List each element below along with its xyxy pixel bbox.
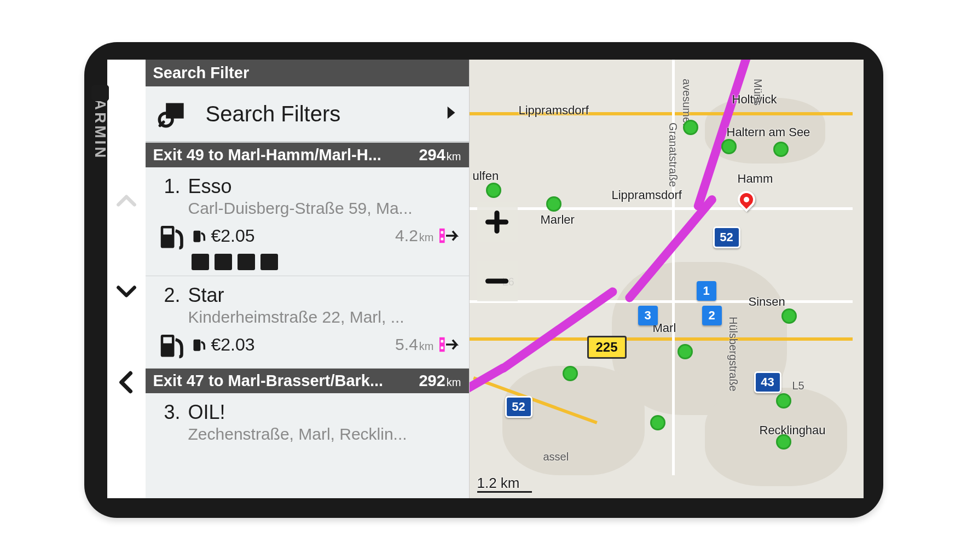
highway-shield: 52 bbox=[505, 396, 532, 418]
fuel-price: €2.05 bbox=[211, 226, 255, 246]
fuel-icon bbox=[192, 337, 207, 352]
svg-rect-12 bbox=[439, 337, 445, 352]
list-column: Search Filter Search Filters Exit 49 to bbox=[146, 60, 470, 498]
screen: Search Filter Search Filters Exit 49 to bbox=[107, 60, 864, 498]
chevron-down-icon bbox=[114, 279, 138, 304]
result-number: 3. bbox=[155, 401, 181, 424]
exit-title: Exit 49 to Marl-Hamm/Marl-H... bbox=[153, 146, 381, 164]
chevron-up-icon bbox=[114, 189, 138, 213]
map-city-label: Recklinghau bbox=[760, 423, 826, 438]
svg-rect-11 bbox=[193, 340, 200, 351]
nav-column bbox=[107, 60, 146, 498]
exit-header: Exit 47 to Marl-Brassert/Bark... 292km bbox=[146, 369, 469, 393]
result-number: 2. bbox=[155, 284, 181, 307]
poi-marker[interactable] bbox=[563, 366, 578, 381]
panel-header: Search Filter bbox=[146, 60, 469, 86]
search-filters-button[interactable]: Search Filters bbox=[146, 86, 469, 143]
map-city-label: Haltern am See bbox=[727, 125, 810, 139]
result-number: 1. bbox=[155, 175, 181, 198]
poi-marker[interactable] bbox=[678, 344, 693, 359]
amenity-icon bbox=[238, 254, 255, 270]
result-name: Star bbox=[188, 284, 224, 307]
map-scale: 1.2 km bbox=[477, 475, 520, 492]
highway-shield: 43 bbox=[754, 371, 781, 393]
highway-shield: 52 bbox=[713, 226, 740, 248]
map-city-label: Lippramsdorf bbox=[612, 188, 682, 202]
exit-distance: 292km bbox=[419, 372, 461, 390]
poi-marker[interactable] bbox=[546, 196, 561, 212]
result-name: OIL! bbox=[188, 401, 225, 424]
filter-icon bbox=[155, 100, 188, 128]
fuel-icon bbox=[192, 228, 207, 243]
poi-marker[interactable] bbox=[683, 120, 698, 135]
poi-marker[interactable] bbox=[781, 308, 797, 324]
result-address: Kinderheimstraße 22, Marl, ... bbox=[188, 308, 459, 326]
zoom-controls bbox=[477, 202, 518, 301]
amenity-icon bbox=[192, 254, 209, 270]
poi-marker[interactable] bbox=[650, 415, 665, 430]
scroll-down-button[interactable] bbox=[111, 276, 142, 307]
svg-rect-6 bbox=[439, 229, 445, 243]
map-road-label: L5 bbox=[792, 380, 804, 392]
result-item[interactable]: 2. Star Kinderheimstraße 22, Marl, ... €… bbox=[146, 276, 469, 369]
result-map-marker[interactable]: 1 bbox=[697, 281, 716, 301]
map-city-label: Hamm bbox=[738, 172, 773, 186]
exit-title: Exit 47 to Marl-Brassert/Bark... bbox=[153, 372, 384, 390]
filter-label: Search Filters bbox=[206, 102, 425, 126]
svg-rect-0 bbox=[166, 103, 184, 119]
svg-rect-10 bbox=[163, 337, 172, 343]
result-address: Carl-Duisberg-Straße 59, Ma... bbox=[188, 199, 459, 218]
result-distance: 4.2km bbox=[395, 226, 433, 245]
map-city-label: ulfen bbox=[473, 169, 499, 183]
result-map-marker[interactable]: 3 bbox=[638, 306, 658, 325]
panel-title: Search Filter bbox=[153, 64, 250, 82]
chevron-left-icon bbox=[114, 370, 138, 394]
map-city-label: Lippramsdorf bbox=[519, 103, 589, 118]
map-city-label: Marler bbox=[541, 213, 575, 227]
fuel-price: €2.03 bbox=[211, 335, 255, 355]
zoom-out-button[interactable] bbox=[477, 261, 518, 301]
result-distance: 5.4km bbox=[395, 335, 433, 354]
map-road-label: Granatstraße bbox=[667, 122, 679, 187]
result-item[interactable]: 1. Esso Carl-Duisberg-Straße 59, Ma... €… bbox=[146, 167, 469, 276]
poi-marker[interactable] bbox=[486, 183, 501, 198]
svg-rect-13 bbox=[441, 340, 443, 343]
result-name: Esso bbox=[188, 175, 232, 198]
exit-direction-icon bbox=[439, 226, 459, 246]
device-frame: GARMIN Search Filter bbox=[84, 42, 883, 518]
minus-icon bbox=[485, 269, 509, 293]
plus-icon bbox=[485, 210, 509, 234]
amenity-row bbox=[192, 254, 459, 270]
svg-rect-7 bbox=[441, 231, 443, 234]
fuel-pump-icon bbox=[155, 330, 188, 359]
svg-rect-5 bbox=[193, 231, 200, 242]
result-map-marker[interactable]: 2 bbox=[702, 306, 722, 325]
fuel-pump-icon bbox=[155, 221, 188, 250]
zoom-in-button[interactable] bbox=[477, 202, 518, 242]
map-canvas: HoltwickHaltern am SeeHammLippramsdorfLi… bbox=[470, 60, 864, 498]
exit-header: Exit 49 to Marl-Hamm/Marl-H... 294km bbox=[146, 143, 469, 167]
amenity-icon bbox=[107, 85, 109, 101]
svg-rect-8 bbox=[441, 238, 443, 241]
amenity-icon bbox=[215, 254, 232, 270]
map-city-label: Sinsen bbox=[749, 295, 785, 309]
map-road-label: Hülsbergstraße bbox=[727, 317, 739, 392]
poi-marker[interactable] bbox=[776, 393, 791, 409]
result-address: Zechenstraße, Marl, Recklin... bbox=[188, 425, 459, 444]
back-button[interactable] bbox=[111, 367, 142, 398]
svg-rect-4 bbox=[163, 229, 172, 235]
road-shield: 225 bbox=[587, 336, 627, 359]
scroll-up-button bbox=[111, 185, 142, 216]
poi-marker[interactable] bbox=[721, 139, 737, 154]
exit-distance: 294km bbox=[419, 146, 461, 164]
poi-marker[interactable] bbox=[773, 142, 789, 157]
result-item[interactable]: 3. OIL! Zechenstraße, Marl, Recklin... bbox=[146, 393, 469, 449]
exit-direction-icon bbox=[439, 335, 459, 354]
map-road-label: Müns bbox=[751, 79, 764, 106]
amenity-icon bbox=[260, 254, 278, 270]
poi-marker[interactable] bbox=[776, 434, 791, 450]
svg-rect-14 bbox=[441, 347, 443, 349]
map-view[interactable]: HoltwickHaltern am SeeHammLippramsdorfLi… bbox=[470, 60, 864, 498]
chevron-right-icon bbox=[443, 104, 459, 123]
map-road-label: assel bbox=[543, 451, 569, 463]
